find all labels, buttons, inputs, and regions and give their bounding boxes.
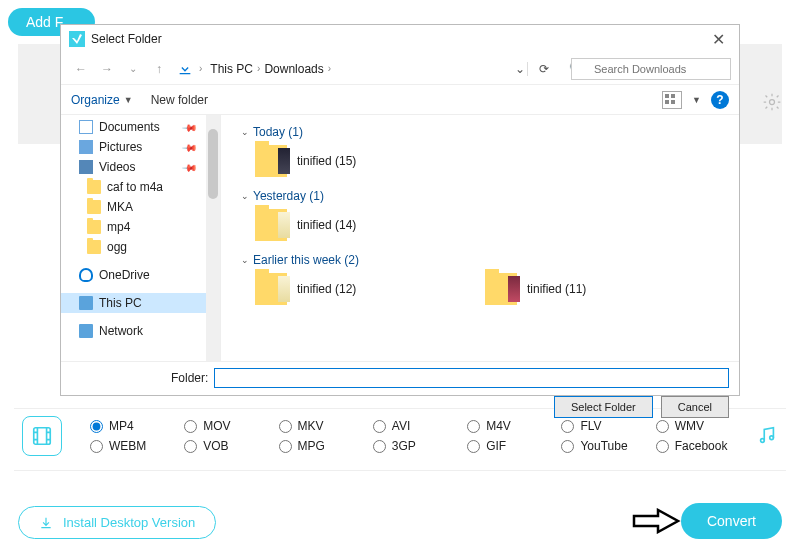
pin-icon: 📌 — [182, 139, 198, 155]
format-radio[interactable] — [656, 440, 669, 453]
format-label: WEBM — [109, 439, 146, 453]
group-label: Today (1) — [253, 125, 303, 139]
close-button[interactable]: ✕ — [706, 30, 731, 49]
thispc-icon — [79, 296, 93, 310]
folder-item[interactable]: tinified (12) — [255, 273, 455, 305]
app-logo-icon — [69, 31, 85, 47]
download-icon — [39, 516, 53, 530]
folder-icon — [255, 273, 287, 305]
divider — [14, 470, 786, 471]
content-group-header[interactable]: ⌄Earlier this week (2) — [231, 249, 729, 273]
format-option-webm[interactable]: WEBM — [90, 439, 172, 453]
breadcrumb-segment[interactable]: Downloads — [264, 62, 323, 76]
folder-label: Folder: — [171, 371, 208, 385]
pin-icon: 📌 — [182, 119, 198, 135]
nav-recent-chevron-icon[interactable]: ⌄ — [121, 57, 145, 81]
format-label: MPG — [298, 439, 325, 453]
dialog-toolbar: Organize ▼ New folder ▼ ? — [61, 85, 739, 115]
folder-icon — [87, 180, 101, 194]
sidebar-item-caf[interactable]: caf to m4a — [61, 177, 220, 197]
sidebar-item-pictures[interactable]: Pictures📌 — [61, 137, 220, 157]
refresh-button[interactable]: ⟳ — [527, 62, 553, 76]
svg-point-3 — [770, 435, 774, 439]
sidebar-item-thispc[interactable]: This PC — [61, 293, 220, 313]
sidebar-item-documents[interactable]: Documents📌 — [61, 117, 220, 137]
format-radio[interactable] — [467, 440, 480, 453]
sidebar-item-mka[interactable]: MKA — [61, 197, 220, 217]
sidebar-item-ogg[interactable]: ogg — [61, 237, 220, 257]
folder-item[interactable]: tinified (14) — [255, 209, 455, 241]
sidebar-item-onedrive[interactable]: OneDrive — [61, 265, 220, 285]
sidebar-item-label: Network — [99, 324, 143, 338]
sidebar-item-mp4[interactable]: mp4 — [61, 217, 220, 237]
content-group-header[interactable]: ⌄Today (1) — [231, 121, 729, 145]
format-option-3gp[interactable]: 3GP — [373, 439, 455, 453]
chevron-down-icon: ▼ — [124, 95, 133, 105]
downloads-icon[interactable] — [173, 57, 197, 81]
dialog-content[interactable]: ⌄Today (1)tinified (15)⌄Yesterday (1)tin… — [221, 115, 739, 361]
nav-forward-button[interactable]: → — [95, 57, 119, 81]
sidebar-item-videos[interactable]: Videos📌 — [61, 157, 220, 177]
folder-icon — [87, 200, 101, 214]
format-option-vob[interactable]: VOB — [184, 439, 266, 453]
pin-icon: 📌 — [182, 159, 198, 175]
organize-label: Organize — [71, 93, 120, 107]
chevron-down-icon: ⌄ — [241, 255, 249, 265]
format-option-gif[interactable]: GIF — [467, 439, 549, 453]
organize-menu[interactable]: Organize ▼ — [71, 93, 133, 107]
format-radio[interactable] — [561, 440, 574, 453]
view-mode-button[interactable] — [662, 91, 682, 109]
folder-icon — [87, 220, 101, 234]
chevron-down-icon: ⌄ — [241, 127, 249, 137]
nav-back-button[interactable]: ← — [69, 57, 93, 81]
breadcrumb-segment[interactable]: This PC — [210, 62, 253, 76]
new-folder-button[interactable]: New folder — [151, 93, 208, 107]
dialog-footer: Folder: Select Folder Cancel — [61, 361, 739, 424]
format-option-youtube[interactable]: YouTube — [561, 439, 643, 453]
format-radio[interactable] — [184, 440, 197, 453]
folder-item-label: tinified (11) — [527, 282, 685, 296]
sidebar-item-label: Documents — [99, 120, 160, 134]
audio-output-icon[interactable] — [738, 424, 778, 449]
sidebar-item-label: This PC — [99, 296, 142, 310]
format-option-facebook[interactable]: Facebook — [656, 439, 738, 453]
cancel-button[interactable]: Cancel — [661, 396, 729, 418]
sidebar-item-label: MKA — [107, 200, 133, 214]
chevron-down-icon[interactable]: ▼ — [692, 95, 701, 105]
network-icon — [79, 324, 93, 338]
settings-icon[interactable] — [762, 92, 782, 115]
dialog-sidebar: Documents📌 Pictures📌 Videos📌 caf to m4a … — [61, 115, 221, 361]
documents-icon — [79, 120, 93, 134]
format-radio[interactable] — [90, 440, 103, 453]
sidebar-scrollbar[interactable] — [206, 115, 220, 361]
videos-icon — [79, 160, 93, 174]
format-label: Facebook — [675, 439, 728, 453]
sidebar-item-label: ogg — [107, 240, 127, 254]
format-option-mpg[interactable]: MPG — [279, 439, 361, 453]
nav-up-button[interactable]: ↑ — [147, 57, 171, 81]
format-radio[interactable] — [373, 440, 386, 453]
folder-icon — [87, 240, 101, 254]
install-desktop-button[interactable]: Install Desktop Version — [18, 506, 216, 539]
svg-point-0 — [770, 100, 775, 105]
video-output-icon[interactable] — [22, 416, 62, 456]
folder-input[interactable] — [214, 368, 729, 388]
select-folder-dialog: Select Folder ✕ ← → ⌄ ↑ › This PC › Down… — [60, 24, 740, 396]
content-group-header[interactable]: ⌄Yesterday (1) — [231, 185, 729, 209]
onedrive-icon — [79, 268, 93, 282]
format-radio[interactable] — [279, 440, 292, 453]
help-button[interactable]: ? — [711, 91, 729, 109]
search-input[interactable] — [571, 58, 731, 80]
select-folder-button[interactable]: Select Folder — [554, 396, 653, 418]
breadcrumb-dropdown-icon[interactable]: ⌄ — [515, 62, 525, 76]
sidebar-item-label: caf to m4a — [107, 180, 163, 194]
breadcrumb[interactable]: This PC › Downloads › ⌄ — [204, 62, 525, 76]
sidebar-item-label: Pictures — [99, 140, 142, 154]
convert-button[interactable]: Convert — [681, 503, 782, 539]
format-label: YouTube — [580, 439, 627, 453]
folder-item[interactable]: tinified (11) — [485, 273, 685, 305]
sidebar-item-label: Videos — [99, 160, 135, 174]
sidebar-item-network[interactable]: Network — [61, 321, 220, 341]
folder-item[interactable]: tinified (15) — [255, 145, 455, 177]
annotation-arrow — [632, 508, 682, 537]
